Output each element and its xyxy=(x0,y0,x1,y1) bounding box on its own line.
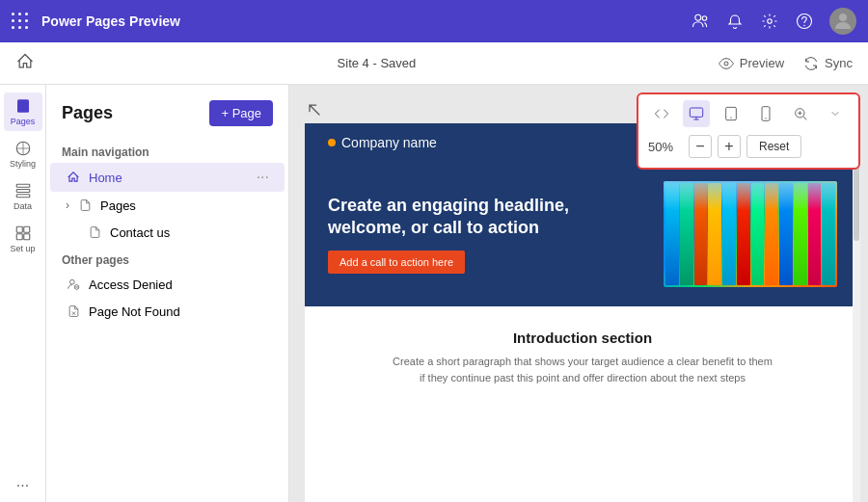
intro-section-title: Introduction section xyxy=(328,330,837,346)
access-denied-icon xyxy=(66,277,81,292)
iconbar-data-label: Data xyxy=(14,201,32,211)
iconbar-setup[interactable]: Set up xyxy=(4,220,42,258)
back-arrow-icon[interactable] xyxy=(305,100,324,124)
help-icon[interactable] xyxy=(795,12,814,31)
sync-label: Sync xyxy=(825,56,853,70)
zoom-out-button[interactable]: − xyxy=(689,135,712,158)
subheader: Site 4 - Saved Preview Sync xyxy=(0,42,868,85)
desktop-view-button[interactable] xyxy=(683,100,710,127)
iconbar-pages[interactable]: Pages xyxy=(4,92,42,131)
scrollbar-track[interactable] xyxy=(853,162,860,502)
svg-rect-8 xyxy=(19,102,27,103)
sidebar-title: Pages xyxy=(62,103,113,123)
bell-icon[interactable] xyxy=(725,12,745,31)
home-icon xyxy=(66,170,81,185)
svg-point-27 xyxy=(765,118,766,119)
sidebar-page-not-found-label: Page Not Found xyxy=(89,304,180,319)
settings-icon[interactable] xyxy=(760,12,779,31)
content-area: Company name Create an engaging headline… xyxy=(289,85,868,502)
people-icon[interactable] xyxy=(691,12,710,31)
home-nav-icon[interactable] xyxy=(15,52,35,75)
intro-section-text: Create a short paragraph that shows your… xyxy=(390,354,775,385)
toolbar-overlay: 50% − + Reset xyxy=(637,92,860,170)
toolbar-top xyxy=(648,100,849,127)
chevron-right-icon: › xyxy=(66,198,69,212)
website-preview: Company name Create an engaging headline… xyxy=(305,123,860,502)
zoom-value: 50% xyxy=(648,140,683,154)
svg-rect-15 xyxy=(16,226,22,232)
sidebar-item-pages[interactable]: › Pages xyxy=(50,192,285,219)
subheader-actions: Preview Sync xyxy=(719,56,853,71)
hero-headline: Create an engaging headline, welcome, or… xyxy=(328,195,648,240)
svg-point-6 xyxy=(724,62,728,66)
code-view-button[interactable] xyxy=(648,100,675,127)
sidebar: Pages + Page Main navigation Home ··· › xyxy=(46,85,289,502)
main-layout: Pages Styling Data xyxy=(0,85,868,502)
svg-point-2 xyxy=(768,19,773,24)
svg-point-5 xyxy=(839,13,847,21)
sidebar-home-label: Home xyxy=(89,171,122,185)
iconbar-more[interactable]: ··· xyxy=(16,477,29,494)
sidebar-item-home[interactable]: Home ··· xyxy=(50,163,285,192)
svg-rect-9 xyxy=(19,105,27,106)
sidebar-item-contact[interactable]: Contact us xyxy=(50,219,285,246)
topbar: Power Pages Preview xyxy=(0,0,868,42)
app-title: Power Pages Preview xyxy=(41,13,679,29)
svg-rect-7 xyxy=(17,99,29,113)
svg-rect-12 xyxy=(16,184,30,187)
company-name: Company name xyxy=(328,135,437,150)
tablet-view-button[interactable] xyxy=(718,100,745,127)
svg-point-19 xyxy=(70,279,75,284)
svg-rect-16 xyxy=(23,226,29,232)
preview-button[interactable]: Preview xyxy=(719,56,784,71)
svg-point-0 xyxy=(695,14,701,20)
zoom-in-button[interactable]: + xyxy=(718,135,741,158)
sync-button[interactable]: Sync xyxy=(803,56,853,71)
grid-icon[interactable] xyxy=(12,13,30,31)
svg-rect-13 xyxy=(16,190,30,193)
svg-rect-10 xyxy=(19,107,24,108)
svg-rect-23 xyxy=(690,108,702,117)
sidebar-item-page-not-found[interactable]: Page Not Found xyxy=(50,298,285,325)
iconbar-styling-label: Styling xyxy=(10,159,36,169)
iconbar: Pages Styling Data xyxy=(0,85,46,502)
svg-rect-14 xyxy=(16,195,30,198)
intro-section: Introduction section Create a short para… xyxy=(305,306,860,409)
site-status: Site 4 - Saved xyxy=(338,56,417,70)
hero-text: Create an engaging headline, welcome, or… xyxy=(328,195,648,275)
toolbar-zoom: 50% − + Reset xyxy=(648,131,849,162)
sidebar-contact-label: Contact us xyxy=(110,225,170,240)
iconbar-styling[interactable]: Styling xyxy=(4,135,42,173)
hero-image xyxy=(664,181,837,287)
company-dot xyxy=(328,139,336,146)
svg-point-1 xyxy=(702,16,707,21)
hero-cta-button[interactable]: Add a call to action here xyxy=(328,251,465,274)
zoom-button[interactable] xyxy=(787,100,814,127)
home-menu-icon[interactable]: ··· xyxy=(257,169,269,186)
iconbar-data[interactable]: Data xyxy=(4,177,42,216)
pages-file-icon xyxy=(77,198,93,213)
add-page-button[interactable]: + Page xyxy=(209,100,273,126)
mobile-view-button[interactable] xyxy=(752,100,779,127)
toolbar-chevron-button[interactable] xyxy=(822,100,849,127)
svg-rect-18 xyxy=(23,234,29,240)
svg-point-4 xyxy=(803,25,805,27)
contact-file-icon xyxy=(87,225,102,240)
sidebar-access-denied-label: Access Denied xyxy=(89,277,173,292)
topbar-icons xyxy=(691,8,856,35)
svg-point-25 xyxy=(730,117,731,118)
sidebar-header: Pages + Page xyxy=(46,100,288,138)
svg-rect-17 xyxy=(16,234,22,240)
zoom-reset-button[interactable]: Reset xyxy=(746,135,801,158)
other-pages-section-label: Other pages xyxy=(46,246,288,271)
iconbar-setup-label: Set up xyxy=(10,244,35,253)
scrollbar-thumb[interactable] xyxy=(854,164,859,241)
page-not-found-icon xyxy=(66,304,81,319)
sidebar-pages-label: Pages xyxy=(100,198,136,213)
hero-image-inner xyxy=(664,181,837,287)
iconbar-pages-label: Pages xyxy=(11,117,36,126)
preview-label: Preview xyxy=(740,56,784,70)
company-name-text: Company name xyxy=(341,135,437,150)
sidebar-item-access-denied[interactable]: Access Denied xyxy=(50,271,285,298)
avatar[interactable] xyxy=(829,8,856,35)
